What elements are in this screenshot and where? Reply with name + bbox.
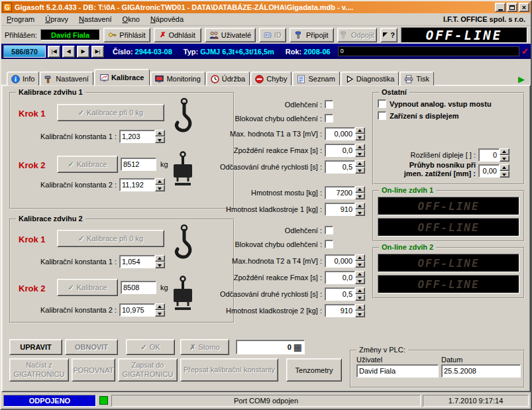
minimize-button[interactable] xyxy=(495,3,505,12)
spin-up-icon[interactable] xyxy=(155,255,165,262)
konstanta2-spinner-1[interactable] xyxy=(155,178,165,191)
konstanta1-field-2[interactable] xyxy=(119,255,155,268)
odcasovani-field-2[interactable] xyxy=(325,287,355,301)
disconnect-button[interactable]: Odpojit xyxy=(337,28,378,42)
rozliseni-spinner[interactable] xyxy=(500,148,509,162)
tab-diagnostika[interactable]: Diagnostika xyxy=(341,72,399,85)
menu-program[interactable]: Program xyxy=(1,13,40,25)
spin-up-icon[interactable] xyxy=(355,160,365,167)
tab-nastaveni[interactable]: Nastavení xyxy=(40,72,93,85)
spin-down-icon[interactable] xyxy=(355,134,365,140)
kladkostroj-spinner-2[interactable] xyxy=(355,304,365,317)
spin-up-icon[interactable] xyxy=(355,254,365,261)
weight-field-1[interactable] xyxy=(121,158,156,171)
spin-down-icon[interactable] xyxy=(355,311,365,317)
tab-udrzba[interactable]: Údržba xyxy=(206,72,250,85)
spin-up-icon[interactable] xyxy=(155,130,165,136)
spin-up-icon[interactable] xyxy=(355,144,365,150)
hmotnost-mostu-spinner[interactable] xyxy=(355,186,365,199)
spin-down-icon[interactable] xyxy=(155,136,165,143)
id-button[interactable]: ID xyxy=(259,28,286,42)
calculator-icon[interactable]: ▦ xyxy=(293,342,302,352)
storno-button[interactable]: ✗ Storno xyxy=(180,339,229,355)
spin-down-icon[interactable] xyxy=(500,155,509,162)
spin-up-icon[interactable] xyxy=(355,304,365,311)
konstanta2-spinner-2[interactable] xyxy=(155,303,165,317)
tenzometry-button[interactable]: Tenzometry xyxy=(286,358,342,382)
spin-down-icon[interactable] xyxy=(355,150,365,157)
tab-kalibrace[interactable]: Kalibrace xyxy=(94,69,150,85)
nav-next-button[interactable]: ▶ xyxy=(77,46,89,58)
zapsat-do-gigatronicu-button[interactable]: Zapsat do GIGATRONICU xyxy=(118,358,178,382)
plc-date-field[interactable] xyxy=(441,364,521,378)
konstanta1-spinner-1[interactable] xyxy=(155,130,165,143)
kladkostroj-spinner-1[interactable] xyxy=(355,203,365,216)
spin-up-icon[interactable] xyxy=(155,178,165,185)
spin-down-icon[interactable] xyxy=(155,185,165,191)
tab-info[interactable]: Info xyxy=(7,72,39,85)
spin-up-icon[interactable] xyxy=(500,148,509,155)
spin-down-icon[interactable] xyxy=(355,261,365,268)
users-button[interactable]: Uživatelé xyxy=(205,28,255,42)
spin-down-icon[interactable] xyxy=(155,310,165,317)
pruhyb-spinner[interactable] xyxy=(500,164,509,178)
rozliseni-field[interactable] xyxy=(478,148,500,162)
kalibrace-button-1[interactable]: ✓ Kalibrace xyxy=(57,156,118,173)
spin-down-icon[interactable] xyxy=(355,278,365,284)
konstanta2-field-1[interactable] xyxy=(119,178,155,191)
nacist-z-gigatronicu-button[interactable]: Načíst z GIGATRONICU xyxy=(9,358,69,382)
tab-chyby[interactable]: Chyby xyxy=(250,72,292,85)
weight-field-2[interactable] xyxy=(121,281,156,294)
kladkostroj-field-1[interactable] xyxy=(325,203,355,216)
tab-monitoring[interactable]: Monitoring xyxy=(150,72,205,85)
odcasovani-field-1[interactable] xyxy=(325,160,355,174)
logout-button[interactable]: ✗ Odhlásit xyxy=(154,28,202,42)
run-button[interactable]: ▶ xyxy=(516,72,527,85)
spin-down-icon[interactable] xyxy=(355,294,365,301)
menu-upravy[interactable]: Úpravy xyxy=(40,13,74,25)
pruhyb-field[interactable] xyxy=(478,164,500,178)
kalibrace-0kg-button-1[interactable]: ✓ Kalibrace při 0 kg xyxy=(57,104,164,121)
kalibrace-0kg-button-2[interactable]: ✓ Kalibrace při 0 kg xyxy=(57,230,164,247)
tab-seznam[interactable]: Seznam xyxy=(292,72,339,85)
zpozdeni-field-2[interactable] xyxy=(325,271,355,284)
nav-last-button[interactable]: ▶| xyxy=(91,46,104,58)
prepsat-konstanty-button[interactable]: Přepsat kalibrační konstanty xyxy=(180,358,278,382)
spin-down-icon[interactable] xyxy=(355,167,365,174)
odlehceni-checkbox-1[interactable] xyxy=(325,100,333,109)
obnovit-button[interactable]: OBNOVIT xyxy=(65,339,118,355)
menu-nastaveni[interactable]: Nastavení xyxy=(74,13,117,25)
max-hodnota-field-1[interactable] xyxy=(325,127,355,140)
nav-first-button[interactable]: |◀ xyxy=(48,46,60,58)
kalibrace-button-2[interactable]: ✓ Kalibrace xyxy=(57,279,118,296)
spin-down-icon[interactable] xyxy=(355,209,365,216)
spin-up-icon[interactable] xyxy=(355,287,365,294)
vypnout-analog-checkbox[interactable] xyxy=(378,99,386,108)
spin-up-icon[interactable] xyxy=(155,303,165,310)
blokovat-checkbox-2[interactable] xyxy=(325,240,333,248)
odcasovani-spinner-2[interactable] xyxy=(355,287,365,301)
odlehceni-checkbox-2[interactable] xyxy=(325,226,333,234)
spin-down-icon[interactable] xyxy=(155,262,165,268)
blokovat-checkbox-1[interactable] xyxy=(325,114,333,123)
odcasovani-spinner-1[interactable] xyxy=(355,160,365,174)
max-hodnota-spinner-1[interactable] xyxy=(355,127,365,140)
nav-prev-button[interactable]: ◀ xyxy=(62,46,75,58)
spin-down-icon[interactable] xyxy=(500,171,509,178)
spin-up-icon[interactable] xyxy=(355,186,365,193)
spin-up-icon[interactable] xyxy=(500,164,509,171)
kladkostroj-field-2[interactable] xyxy=(325,304,355,317)
ok-button[interactable]: ✓ OK xyxy=(126,339,175,355)
login-button[interactable]: Přihlásit xyxy=(103,28,150,42)
tab-tisk[interactable]: Tisk xyxy=(399,72,434,85)
spin-up-icon[interactable] xyxy=(355,271,365,278)
konstanta1-field-1[interactable] xyxy=(119,130,155,143)
zarizeni-displej-checkbox[interactable] xyxy=(378,111,386,120)
record-count-field[interactable]: 0 ▦ xyxy=(236,340,305,354)
konstanta2-field-2[interactable] xyxy=(119,303,155,317)
upravit-button[interactable]: UPRAVIT xyxy=(9,339,62,355)
menu-napoveda[interactable]: Nápověda xyxy=(145,13,189,25)
zpozdeni-spinner-2[interactable] xyxy=(355,271,365,284)
connect-button[interactable]: Připojit xyxy=(290,28,334,42)
porovnat-button[interactable]: POROVNAT xyxy=(72,358,115,382)
